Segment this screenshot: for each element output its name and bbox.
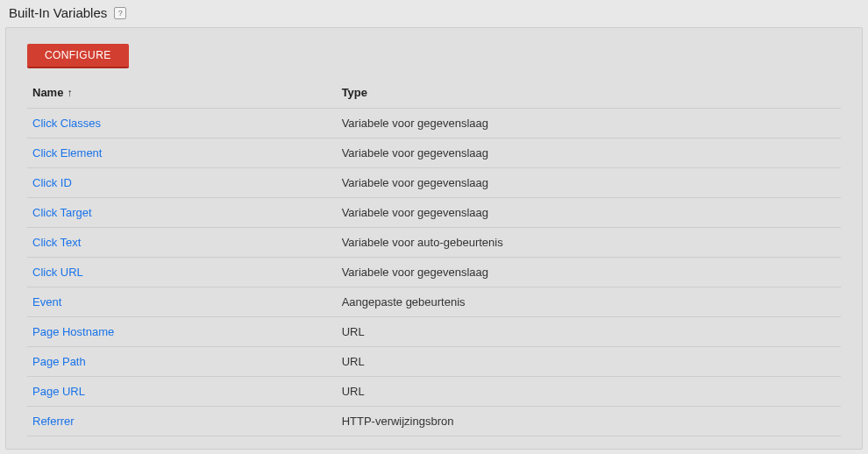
variable-name-link[interactable]: Page URL [32,385,85,398]
column-header-name[interactable]: Name ↑ [32,86,72,99]
variable-name-link[interactable]: Click Target [32,206,92,219]
variable-name-link[interactable]: Click URL [32,266,83,279]
section-header: Built-In Variables ? [0,0,868,27]
variable-name-link[interactable]: Page Path [32,355,86,368]
variable-name-link[interactable]: Click ID [32,176,72,189]
variable-name-link[interactable]: Click Text [32,236,81,249]
configure-button[interactable]: CONFIGURE [27,44,129,68]
variable-type-cell: Aangepaste gebeurtenis [337,287,841,317]
table-row[interactable]: Click IDVariabele voor gegevenslaag [27,168,841,198]
table-row[interactable]: Click TextVariabele voor auto-gebeurteni… [27,228,841,258]
variable-name-link[interactable]: Click Element [32,146,102,160]
table-row[interactable]: Page HostnameURL [27,317,841,347]
variable-type-cell: Variabele voor auto-gebeurtenis [337,228,841,258]
section-title: Built-In Variables [9,5,107,20]
variable-type-cell: URL [337,347,841,377]
sort-arrow-up-icon: ↑ [67,88,72,98]
column-header-type[interactable]: Type [342,86,367,99]
variable-type-cell: URL [337,377,841,407]
table-row[interactable]: Click ClassesVariabele voor gegevenslaag [27,109,841,138]
table-row[interactable]: Click TargetVariabele voor gegevenslaag [27,198,841,228]
variable-type-cell: Variabele voor gegevenslaag [337,109,841,138]
column-header-name-label: Name [32,86,63,99]
table-row[interactable]: Page URLURL [27,377,841,407]
table-row[interactable]: EventAangepaste gebeurtenis [27,287,841,317]
variable-type-cell: Variabele voor gegevenslaag [337,198,841,228]
variables-table: Name ↑ Type Click ClassesVariabele voor … [27,79,841,436]
variable-type-cell: Variabele voor gegevenslaag [337,168,841,198]
variables-panel: CONFIGURE Name ↑ Type Click ClassesVaria… [5,27,863,450]
variable-type-cell: URL [337,317,841,347]
variable-name-link[interactable]: Page Hostname [32,325,114,338]
table-row[interactable]: ReferrerHTTP-verwijzingsbron [27,407,841,436]
table-row[interactable]: Page PathURL [27,347,841,377]
variable-name-link[interactable]: Referrer [32,415,75,428]
help-icon[interactable]: ? [114,7,126,19]
variable-name-link[interactable]: Click Classes [32,117,101,130]
variable-type-cell: Variabele voor gegevenslaag [337,258,841,287]
variable-name-link[interactable]: Event [32,295,61,309]
table-row[interactable]: Click URLVariabele voor gegevenslaag [27,258,841,287]
table-row[interactable]: Click ElementVariabele voor gegevenslaag [27,138,841,168]
variable-type-cell: Variabele voor gegevenslaag [337,138,841,168]
variable-type-cell: HTTP-verwijzingsbron [337,407,841,436]
